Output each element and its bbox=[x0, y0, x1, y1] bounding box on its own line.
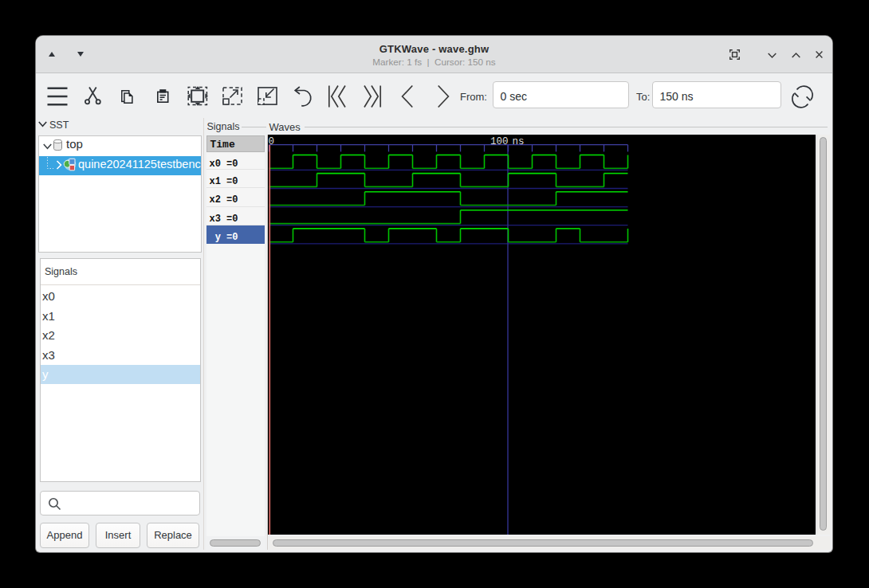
svg-text:ns: ns bbox=[513, 136, 525, 147]
svg-text:100: 100 bbox=[490, 136, 509, 147]
